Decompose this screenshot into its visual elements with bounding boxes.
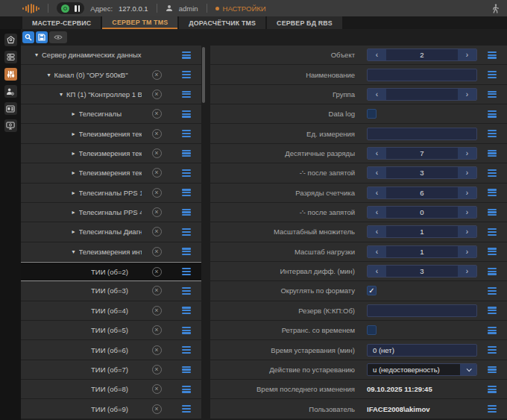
chevron-down-icon[interactable]: ▾ — [44, 72, 54, 78]
row-menu-icon[interactable] — [477, 51, 507, 59]
tree-row[interactable]: ▸Телесигналы PPS 1-40× — [21, 184, 201, 203]
visibility-toggle[interactable] — [49, 31, 67, 43]
stepper-field[interactable]: ‹› — [367, 88, 477, 101]
scrollbar-thumb[interactable] — [202, 47, 205, 103]
stepper-increment-icon[interactable]: › — [458, 207, 476, 218]
close-icon[interactable]: × — [142, 384, 171, 394]
row-menu-icon[interactable] — [171, 346, 201, 354]
stepper-decrement-icon[interactable]: ‹ — [368, 89, 386, 100]
chevron-down-icon[interactable] — [460, 364, 476, 375]
row-menu-icon[interactable] — [171, 228, 201, 236]
tree-row[interactable]: ТИИ (об=3)× — [21, 281, 201, 301]
tree-row[interactable]: ТИИ (об=5)× — [21, 321, 201, 340]
row-menu-icon[interactable] — [171, 130, 201, 137]
run-control[interactable] — [57, 2, 84, 14]
row-menu-icon[interactable] — [171, 189, 201, 196]
save-button[interactable] — [36, 31, 48, 43]
checkbox[interactable]: ✓ — [367, 286, 377, 295]
close-icon[interactable]: × — [142, 148, 171, 158]
checkbox[interactable] — [367, 109, 377, 119]
text-input[interactable]: 0 (нет) — [367, 344, 477, 357]
chevron-down-icon[interactable]: ▾ — [56, 91, 66, 98]
checkbox[interactable] — [367, 325, 377, 335]
stepper-field[interactable]: ‹1› — [367, 225, 477, 238]
row-menu-icon[interactable] — [477, 287, 507, 295]
row-menu-icon[interactable] — [171, 268, 201, 275]
sidebar-button-server-icon[interactable] — [4, 51, 17, 63]
row-menu-icon[interactable] — [477, 91, 507, 98]
sidebar-button-user-gear-icon[interactable] — [4, 85, 17, 98]
row-menu-icon[interactable] — [477, 110, 507, 118]
row-menu-icon[interactable] — [477, 268, 507, 275]
user-name[interactable]: admin — [179, 4, 198, 13]
close-icon[interactable]: × — [142, 207, 171, 217]
chevron-right-icon[interactable]: ▸ — [69, 169, 79, 176]
row-menu-icon[interactable] — [171, 386, 201, 393]
tree-row[interactable]: ▸Телесигналы× — [21, 104, 201, 124]
row-menu-icon[interactable] — [477, 346, 507, 354]
close-icon[interactable]: × — [142, 286, 171, 295]
stepper-decrement-icon[interactable]: ‹ — [368, 187, 386, 198]
close-icon[interactable]: × — [142, 227, 171, 236]
stepper-field[interactable]: ‹3› — [367, 166, 477, 179]
tree-row[interactable]: ▾КП (1) "Контроллер 1 ВЛ-1 ...× — [21, 85, 201, 104]
tree-row[interactable]: ▸Телесигналы Диагно...× — [21, 222, 201, 242]
row-menu-icon[interactable] — [477, 169, 507, 177]
row-menu-icon[interactable] — [477, 386, 507, 393]
row-menu-icon[interactable] — [477, 130, 507, 137]
tree-row[interactable]: ▾Телеизмерения интег...× — [21, 242, 201, 262]
tree-row[interactable]: ▸Телесигналы PPS 41-...× — [21, 203, 201, 222]
row-menu-icon[interactable] — [171, 366, 201, 374]
row-menu-icon[interactable] — [477, 405, 507, 413]
sidebar-button-sliders-icon[interactable] — [4, 68, 17, 81]
tree-row[interactable]: ▸Телеизмерения теку...× — [21, 124, 201, 143]
stepper-increment-icon[interactable]: › — [458, 187, 476, 198]
stepper-field[interactable]: ‹2› — [367, 48, 477, 61]
row-menu-icon[interactable] — [477, 366, 507, 374]
row-menu-icon[interactable] — [477, 327, 507, 334]
tree-row[interactable]: ▸Телеизмерения теку...× — [21, 163, 201, 183]
row-menu-icon[interactable] — [477, 228, 507, 236]
tree-row[interactable]: ТИИ (об=8)× — [21, 380, 201, 399]
row-menu-icon[interactable] — [477, 150, 507, 157]
tree-row[interactable]: ТИИ (об=6)× — [21, 340, 201, 360]
stepper-decrement-icon[interactable]: ‹ — [368, 246, 386, 257]
close-icon[interactable]: × — [142, 325, 171, 335]
row-menu-icon[interactable] — [171, 248, 201, 255]
tab-doraschetchik-tms[interactable]: ДОРАСЧЁТЧИК TMS — [179, 16, 265, 29]
sidebar-button-badge-icon[interactable] — [4, 34, 17, 46]
row-menu-icon[interactable] — [477, 189, 507, 196]
stepper-increment-icon[interactable]: › — [458, 266, 476, 277]
stepper-decrement-icon[interactable]: ‹ — [368, 266, 386, 277]
text-input[interactable] — [367, 69, 477, 81]
chevron-right-icon[interactable]: ▸ — [69, 228, 79, 235]
pause-icon[interactable] — [75, 5, 80, 12]
row-menu-icon[interactable] — [171, 150, 201, 157]
close-icon[interactable]: × — [142, 70, 171, 80]
close-icon[interactable]: × — [142, 345, 171, 355]
sidebar-button-monitor-icon[interactable] — [4, 119, 17, 132]
start-icon[interactable] — [61, 4, 69, 13]
tree-row[interactable]: ▾Канал (0) "ОРУ 500кВ"× — [21, 65, 201, 84]
row-menu-icon[interactable] — [171, 110, 201, 118]
chevron-right-icon[interactable]: ▸ — [69, 110, 79, 117]
tab-server-bd-rbs[interactable]: СЕРВЕР БД RBS — [267, 16, 342, 29]
tree-row[interactable]: ТИИ (об=4)× — [21, 301, 201, 321]
chevron-right-icon[interactable]: ▸ — [69, 131, 79, 137]
row-menu-icon[interactable] — [171, 169, 201, 177]
close-icon[interactable]: × — [142, 168, 171, 178]
stepper-decrement-icon[interactable]: ‹ — [368, 226, 386, 237]
close-icon[interactable]: × — [142, 247, 171, 257]
tree-row[interactable]: ТИИ (об=2)× — [21, 262, 201, 281]
row-menu-icon[interactable] — [171, 209, 201, 216]
stepper-increment-icon[interactable]: › — [458, 148, 476, 159]
row-menu-icon[interactable] — [171, 405, 201, 413]
close-icon[interactable]: × — [142, 109, 171, 119]
stepper-field[interactable]: ‹7› — [367, 147, 477, 160]
text-input[interactable] — [367, 304, 477, 317]
close-icon[interactable]: × — [142, 404, 171, 414]
walking-man-icon[interactable] — [491, 4, 500, 13]
row-menu-icon[interactable] — [171, 327, 201, 334]
row-menu-icon[interactable] — [171, 91, 201, 98]
close-icon[interactable]: × — [142, 90, 171, 99]
